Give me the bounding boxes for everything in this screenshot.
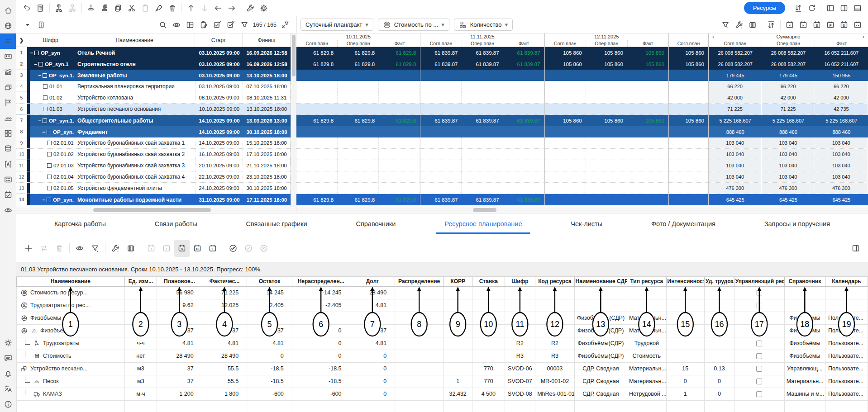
activity-row[interactable]: 1102.01.03Устройство буронабивных свай з… <box>16 160 291 171</box>
sidebar-item-translate[interactable] <box>0 381 16 397</box>
row-checkbox[interactable] <box>47 141 52 145</box>
cal-f-icon[interactable]: F <box>205 240 220 257</box>
filter-caret-icon[interactable] <box>719 18 732 32</box>
activity-row[interactable]: 3−OP_syn.1.1.1Земляные работы03.10.2025 … <box>16 70 291 81</box>
copy-icon[interactable] <box>111 1 125 15</box>
resource-col-header-11[interactable]: Шифр <box>505 277 535 286</box>
resource-row[interactable]: Трудозатраты по рес...9.6212.0252.405-2.… <box>17 299 868 312</box>
chevron-left-icon[interactable]: ‹ <box>712 33 714 40</box>
subcol-header[interactable]: Опер.план <box>338 40 379 47</box>
sidebar-item-hatch[interactable] <box>0 110 16 126</box>
subcol-header[interactable]: Опер.план <box>586 40 627 47</box>
swap-vert-icon[interactable] <box>792 1 805 15</box>
row-checkbox[interactable] <box>38 62 43 66</box>
subcol-header[interactable]: Согл.план <box>669 40 708 47</box>
collapse-icon[interactable]: − <box>42 197 45 203</box>
timeline-row[interactable]: 71 22571 22542 735 <box>296 104 868 115</box>
sidebar-item-comment[interactable] <box>0 350 16 366</box>
subcol-header[interactable]: Факт <box>379 40 420 47</box>
gear-icon[interactable] <box>257 1 271 15</box>
activity-row[interactable]: 14−OP_syn.1...Монолитные работы подземно… <box>16 194 291 205</box>
view-dropdown-0[interactable]: Суточный план/факт▾ <box>300 19 373 31</box>
activity-row[interactable]: 8−OP_syn.1...Фундамент14.10.2025 09:0030… <box>16 126 291 137</box>
resource-row[interactable]: ФизобъемыФизобъёмы (СДР)Материальн...Физ… <box>17 312 868 324</box>
activity-row[interactable]: 1202.01.04Устройство буронабивных свай з… <box>16 171 291 183</box>
trash-icon[interactable] <box>166 1 179 15</box>
row-checkbox[interactable] <box>47 130 51 134</box>
sidebar-item-database[interactable] <box>0 141 16 156</box>
paste-icon[interactable] <box>138 1 152 15</box>
caret-down-icon[interactable] <box>21 18 34 32</box>
managing-resource-checkbox[interactable] <box>756 303 762 308</box>
activity-row[interactable]: 7−OP_syn.1.1.2Общестроительные работы14.… <box>16 115 291 126</box>
cal-f-icon[interactable]: F <box>824 18 837 32</box>
row-checkbox[interactable] <box>43 118 47 123</box>
resource-row[interactable]: КАМАЗм-ч1 2001 800-600-600032.4324 500SV… <box>17 388 868 400</box>
activity-row[interactable]: 401.01Вертикальная планировка территории… <box>16 81 291 92</box>
resource-col-header-7[interactable]: Долг <box>350 277 395 286</box>
resource-col-header-13[interactable]: Наименование СДР <box>574 277 627 286</box>
timeline-row[interactable]: 42 00042 00042 000 <box>296 92 868 104</box>
layout-right-icon[interactable] <box>837 1 851 15</box>
activity-row[interactable]: 902.01.01Устройство буронабивных свай за… <box>16 137 291 149</box>
subcol-header[interactable]: Согл.план <box>709 40 762 47</box>
resource-row[interactable]: Песокм33755.5-18.5-18.501770SVOD-07MR-00… <box>17 375 868 388</box>
col-header-finish[interactable]: Финиш <box>243 33 291 47</box>
resource-col-header-4[interactable]: Фактичес... <box>202 277 247 286</box>
timeline-row[interactable]: 103 040103 040103 040 <box>296 160 868 171</box>
arrow-down-icon[interactable] <box>198 1 211 15</box>
grid-cal-icon[interactable] <box>123 240 138 257</box>
tab-4[interactable]: Справочники <box>348 213 404 234</box>
swap-h-icon[interactable] <box>36 240 52 257</box>
eye-icon[interactable] <box>170 18 183 32</box>
row-checkbox[interactable] <box>47 175 52 179</box>
subcol-header[interactable]: Согл.план <box>545 40 586 47</box>
scrollbar-thumb[interactable] <box>93 208 211 212</box>
calculator-icon[interactable] <box>33 1 47 15</box>
col-header-name[interactable]: Наименование <box>74 33 195 47</box>
trash-icon[interactable] <box>52 240 67 257</box>
sidebar-item-layers[interactable] <box>0 80 16 95</box>
tab-3[interactable]: Связанные графики <box>238 213 315 234</box>
checkbox-x-icon[interactable] <box>224 18 238 32</box>
col-header-code[interactable]: Шифр <box>27 33 74 47</box>
col-header-start[interactable]: Старт <box>195 33 243 47</box>
undo-icon[interactable] <box>20 1 33 15</box>
cut-icon[interactable] <box>125 1 138 15</box>
sidebar-item-grid4[interactable] <box>0 126 16 141</box>
resource-col-header-14[interactable]: Тип ресурса <box>627 277 666 286</box>
row-checkbox[interactable] <box>47 186 52 190</box>
collapse-icon[interactable]: − <box>30 50 33 56</box>
tree-link-icon[interactable] <box>66 1 79 15</box>
resource-col-header-18[interactable]: Справочник <box>784 277 825 286</box>
plus-icon[interactable] <box>21 240 36 257</box>
managing-resource-checkbox[interactable] <box>756 391 762 397</box>
sidebar-item-home[interactable] <box>0 3 16 18</box>
resource-row[interactable]: Стоимость по ресур...56 98071 22514 245-… <box>17 286 868 299</box>
resource-col-header-6[interactable]: Нераспределен... <box>292 277 350 286</box>
managing-resource-checkbox[interactable] <box>756 341 762 346</box>
subcol-header[interactable]: Факт <box>815 40 868 47</box>
activity-row[interactable]: 1−OP_synОтель Речной03.10.2025 09:0016.0… <box>16 47 291 58</box>
sidebar-item-flag[interactable] <box>0 95 16 110</box>
vertical-scrollbar[interactable] <box>291 33 296 207</box>
sidebar-item-brackets-a[interactable] <box>0 156 16 172</box>
timeline-row[interactable]: 61 829.861 829.861 829.861 839.8761 839.… <box>296 115 868 126</box>
resource-col-header-17[interactable]: Управляющий рес... <box>734 277 784 286</box>
sidebar-item-bell[interactable] <box>0 366 16 381</box>
filter-clear-icon[interactable] <box>278 18 292 32</box>
timeline-row[interactable]: 103 040103 040103 040 <box>296 137 868 149</box>
info-card-icon[interactable] <box>34 18 48 32</box>
sidebar-item-board[interactable] <box>0 49 16 64</box>
view-dropdown-2[interactable]: 123Количество▾ <box>454 19 513 31</box>
cal-prev-icon[interactable] <box>143 240 159 257</box>
refresh-icon[interactable] <box>805 1 819 15</box>
subcol-header[interactable]: Согл.план <box>296 40 338 47</box>
check-double-icon[interactable] <box>225 240 241 257</box>
row-checkbox[interactable] <box>43 95 48 100</box>
right-hscrollbar[interactable] <box>296 207 868 213</box>
cal-next-icon[interactable] <box>159 240 174 257</box>
tab-6[interactable]: Чек-листы <box>563 213 610 234</box>
resource-col-header-3[interactable]: Плановое... <box>157 277 202 286</box>
x-circle-icon[interactable] <box>256 240 272 257</box>
